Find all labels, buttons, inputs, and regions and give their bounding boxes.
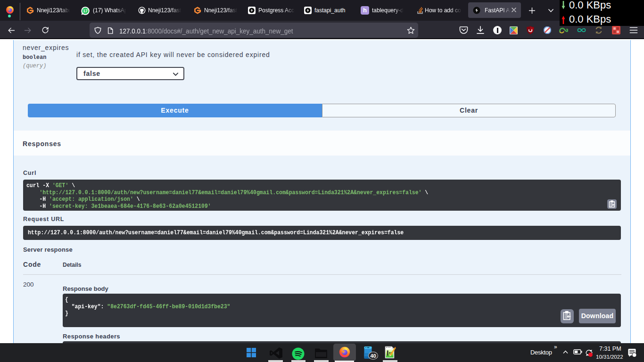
svg-text:17: 17 <box>83 8 88 13</box>
